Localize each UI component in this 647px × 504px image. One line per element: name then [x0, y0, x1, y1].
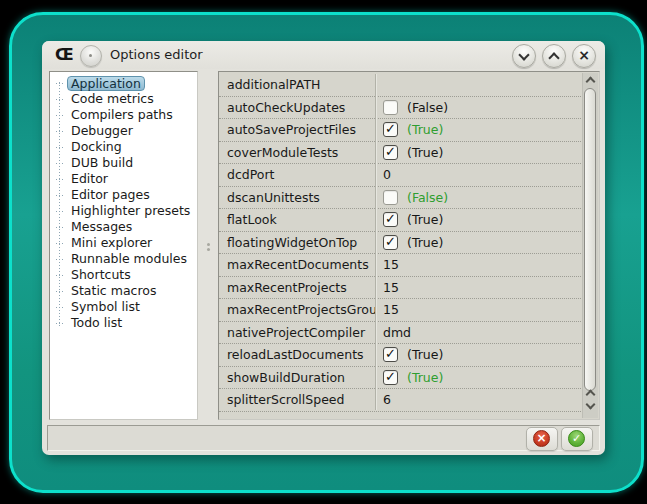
- checkbox-unchecked[interactable]: [383, 190, 398, 205]
- sidebar-item-static-macros[interactable]: Static macros: [50, 283, 197, 299]
- column-divider[interactable]: [375, 74, 376, 410]
- sidebar-item-label: Highlighter presets: [68, 203, 193, 219]
- sidebar-item-label: Static macros: [68, 283, 159, 299]
- property-value[interactable]: 6: [383, 392, 391, 407]
- window-title: Options editor: [110, 41, 203, 69]
- sidebar-item-label: Todo list: [68, 315, 125, 331]
- sidebar-item-label: Editor pages: [68, 187, 153, 203]
- property-row-dcdPort[interactable]: dcdPort0: [219, 164, 583, 187]
- property-value-cell: ✓(True): [375, 212, 583, 227]
- sidebar-item-label: DUB build: [68, 155, 136, 171]
- property-row-coverModuleTests[interactable]: coverModuleTests✓(True): [219, 142, 583, 165]
- property-row-reloadLastDocuments[interactable]: reloadLastDocuments✓(True): [219, 344, 583, 367]
- chevron-down-icon: [518, 49, 529, 60]
- property-name: reloadLastDocuments: [219, 347, 375, 362]
- property-value[interactable]: 15: [383, 257, 399, 272]
- property-value[interactable]: 15: [383, 280, 399, 295]
- checkbox-checked[interactable]: ✓: [383, 122, 398, 137]
- property-value[interactable]: 15: [383, 302, 399, 317]
- tree-branch-icon: [56, 227, 64, 228]
- property-value: (True): [407, 145, 443, 160]
- checkbox-checked[interactable]: ✓: [383, 235, 398, 250]
- checkbox-checked[interactable]: ✓: [383, 212, 398, 227]
- close-icon: ×: [573, 45, 595, 67]
- checkbox-checked[interactable]: ✓: [383, 347, 398, 362]
- property-name: additionalPATH: [219, 77, 375, 92]
- sidebar-item-compilers-paths[interactable]: Compilers paths: [50, 107, 197, 123]
- property-row-flatLook[interactable]: flatLook✓(True): [219, 209, 583, 232]
- property-row-additionalPATH[interactable]: additionalPATH: [219, 74, 583, 97]
- property-value[interactable]: dmd: [383, 325, 411, 340]
- splitter-grip-icon: [207, 243, 210, 246]
- property-name: nativeProjectCompiler: [219, 325, 375, 340]
- sidebar-item-todo-list[interactable]: Todo list: [50, 315, 197, 331]
- property-row-maxRecentProjects[interactable]: maxRecentProjects15: [219, 277, 583, 300]
- checkbox-unchecked[interactable]: [383, 100, 398, 115]
- sidebar-item-highlighter-presets[interactable]: Highlighter presets: [50, 203, 197, 219]
- cancel-button[interactable]: ×: [526, 427, 558, 451]
- titlebar[interactable]: Œ Options editor ×: [42, 41, 605, 69]
- property-value: (True): [407, 212, 443, 227]
- property-row-autoSaveProjectFiles[interactable]: autoSaveProjectFiles✓(True): [219, 119, 583, 142]
- property-value-cell: 15: [375, 302, 583, 317]
- accept-button[interactable]: ✓: [561, 427, 593, 451]
- scrollbar-thumb[interactable]: [584, 88, 596, 391]
- property-value-cell: ✓(True): [375, 235, 583, 250]
- property-row-showBuildDuration[interactable]: showBuildDuration✓(True): [219, 367, 583, 390]
- accept-icon: ✓: [568, 430, 585, 447]
- sidebar-item-application[interactable]: Application: [50, 75, 197, 91]
- property-row-autoCheckUpdates[interactable]: autoCheckUpdates(False): [219, 97, 583, 120]
- sidebar-item-mini-explorer[interactable]: Mini explorer: [50, 235, 197, 251]
- tree-items: ApplicationCode metricsCompilers pathsDe…: [50, 75, 197, 331]
- checkbox-checked[interactable]: ✓: [383, 145, 398, 160]
- scroll-up-icon[interactable]: [586, 390, 596, 400]
- sidebar-item-symbol-list[interactable]: Symbol list: [50, 299, 197, 315]
- panel-splitter[interactable]: [198, 71, 218, 420]
- sidebar-item-label: Mini explorer: [68, 235, 155, 251]
- close-button[interactable]: ×: [572, 44, 596, 68]
- sidebar-item-label: Shortcuts: [68, 267, 134, 283]
- sidebar-item-dub-build[interactable]: DUB build: [50, 155, 197, 171]
- minimize-button[interactable]: [512, 44, 536, 68]
- property-value-cell: 15: [375, 280, 583, 295]
- property-value-cell: 0: [375, 167, 583, 182]
- sidebar-item-editor[interactable]: Editor: [50, 171, 197, 187]
- property-value-cell: (False): [375, 190, 583, 205]
- property-row-dscanUnittests[interactable]: dscanUnittests(False): [219, 187, 583, 210]
- tree-trunk-line: [59, 82, 60, 328]
- sidebar-item-code-metrics[interactable]: Code metrics: [50, 91, 197, 107]
- scroll-down-icon[interactable]: [586, 400, 596, 410]
- property-value-cell: ✓(True): [375, 370, 583, 385]
- property-row-splitterScrollSpeed[interactable]: splitterScrollSpeed6: [219, 389, 583, 412]
- categories-tree: ApplicationCode metricsCompilers pathsDe…: [49, 71, 198, 420]
- property-value[interactable]: 0: [383, 167, 391, 182]
- checkbox-checked[interactable]: ✓: [383, 370, 398, 385]
- property-name: maxRecentProjectsGrou: [219, 302, 375, 317]
- maximize-button[interactable]: [542, 44, 566, 68]
- sidebar-item-debugger[interactable]: Debugger: [50, 123, 197, 139]
- sidebar-item-messages[interactable]: Messages: [50, 219, 197, 235]
- sidebar-item-runnable-modules[interactable]: Runnable modules: [50, 251, 197, 267]
- sidebar-item-editor-pages[interactable]: Editor pages: [50, 187, 197, 203]
- tree-branch-icon: [56, 99, 64, 100]
- property-row-maxRecentDocuments[interactable]: maxRecentDocuments15: [219, 254, 583, 277]
- tree-branch-icon: [56, 163, 64, 164]
- tree-branch-icon: [56, 307, 64, 308]
- options-editor-window: Œ Options editor × ApplicationCode metri…: [42, 41, 605, 455]
- property-name: maxRecentDocuments: [219, 257, 375, 272]
- property-value: (True): [407, 122, 443, 137]
- property-name: coverModuleTests: [219, 145, 375, 160]
- scroll-up-icon[interactable]: [586, 77, 596, 87]
- property-value-cell: (False): [375, 100, 583, 115]
- sidebar-item-shortcuts[interactable]: Shortcuts: [50, 267, 197, 283]
- property-name: maxRecentProjects: [219, 280, 375, 295]
- property-name: flatLook: [219, 212, 375, 227]
- sidebar-item-docking[interactable]: Docking: [50, 139, 197, 155]
- tree-branch-icon: [56, 131, 64, 132]
- vertical-scrollbar[interactable]: [582, 73, 598, 418]
- property-row-floatingWidgetOnTop[interactable]: floatingWidgetOnTop✓(True): [219, 232, 583, 255]
- property-value-cell: 15: [375, 257, 583, 272]
- property-row-nativeProjectCompiler[interactable]: nativeProjectCompilerdmd: [219, 322, 583, 345]
- property-row-maxRecentProjectsGrou[interactable]: maxRecentProjectsGrou15: [219, 299, 583, 322]
- window-menu-button[interactable]: [80, 45, 102, 67]
